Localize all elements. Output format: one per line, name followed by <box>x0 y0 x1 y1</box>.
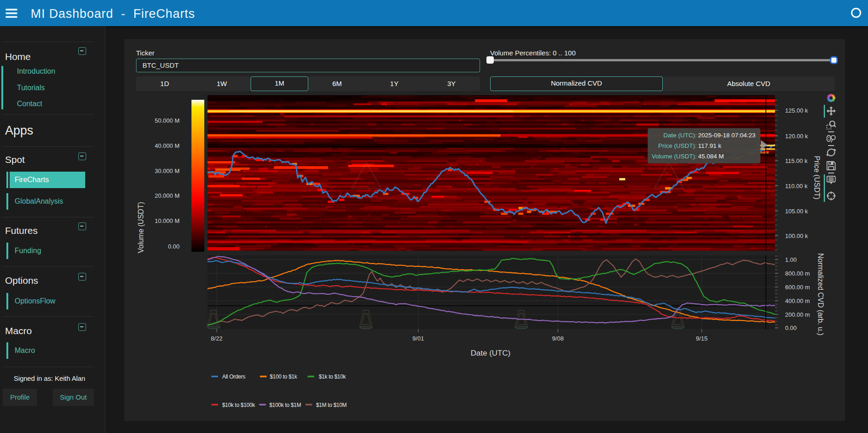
svg-text:125.00 k: 125.00 k <box>785 107 808 114</box>
svg-text:110.00 k: 110.00 k <box>785 183 808 189</box>
svg-text:$10k to $100k: $10k to $100k <box>222 402 256 408</box>
svg-text:200.00 m: 200.00 m <box>785 311 810 318</box>
svg-text:Volume (USDT): Volume (USDT) <box>137 202 145 253</box>
svg-text:Price (USDT): Price (USDT) <box>813 156 821 199</box>
svg-text:600.00 m: 600.00 m <box>785 284 810 291</box>
svg-text:$1M to $10M: $1M to $10M <box>316 402 347 408</box>
svg-text:30.000 M: 30.000 M <box>155 168 180 174</box>
svg-text:Normalized CVD (arb. u.): Normalized CVD (arb. u.) <box>817 253 824 336</box>
svg-text:800.00 m: 800.00 m <box>785 270 810 277</box>
svg-text:20.000 M: 20.000 M <box>155 192 180 199</box>
svg-text:400.00 m: 400.00 m <box>785 298 810 304</box>
svg-text:50.000 M: 50.000 M <box>155 117 180 124</box>
svg-text:$100k to $1M: $100k to $1M <box>269 402 301 408</box>
svg-text:100.00 k: 100.00 k <box>785 233 808 239</box>
svg-text:1.00: 1.00 <box>785 256 797 263</box>
svg-text:$1k to $10k: $1k to $10k <box>319 373 346 380</box>
svg-text:10.000 M: 10.000 M <box>155 217 180 224</box>
svg-text:8/22: 8/22 <box>211 335 222 342</box>
svg-text:Date (UTC):: Date (UTC): <box>663 132 697 139</box>
svg-text:0.00: 0.00 <box>168 243 180 250</box>
svg-text:Price (USDT):: Price (USDT): <box>658 142 697 149</box>
svg-text:2025-09-18 07:04:23: 2025-09-18 07:04:23 <box>698 132 755 139</box>
svg-text:115.00 k: 115.00 k <box>785 157 808 164</box>
svg-text:All Orders: All Orders <box>222 373 246 380</box>
svg-text:117.91 k: 117.91 k <box>698 142 721 149</box>
svg-text:9/08: 9/08 <box>552 335 563 342</box>
svg-text:40.000 M: 40.000 M <box>155 142 180 149</box>
svg-text:Date (UTC): Date (UTC) <box>471 349 511 357</box>
svg-text:9/01: 9/01 <box>412 335 424 342</box>
svg-text:$100 to $1k: $100 to $1k <box>270 373 298 380</box>
svg-text:9/15: 9/15 <box>696 335 707 342</box>
svg-text:45.084 M: 45.084 M <box>698 153 724 160</box>
svg-text:Volume (USDT):: Volume (USDT): <box>652 153 697 160</box>
svg-text:105.00 k: 105.00 k <box>785 208 808 215</box>
svg-text:0.00: 0.00 <box>785 325 797 331</box>
svg-text:120.00 k: 120.00 k <box>785 133 808 140</box>
